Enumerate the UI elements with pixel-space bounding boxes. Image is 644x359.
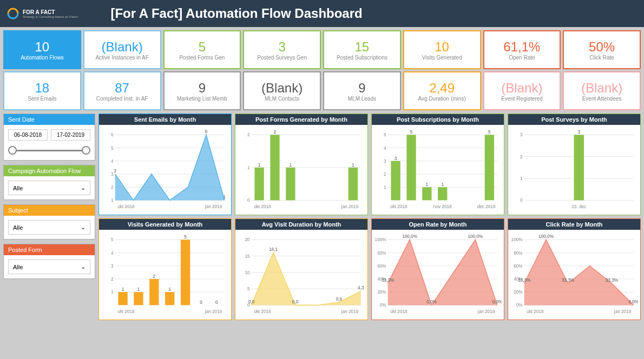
- svg-rect-87: [181, 240, 190, 305]
- svg-text:100,0%: 100,0%: [402, 234, 417, 239]
- chart-post-forms[interactable]: Post Forms Generated by Month0121211okt …: [235, 114, 368, 215]
- kpi-label: Active Instances in AF: [95, 55, 148, 61]
- svg-text:4,3: 4,3: [358, 285, 364, 290]
- kpi-label: MLM Leads: [348, 96, 376, 102]
- chart-sent-emails[interactable]: Sent Emails by Month123456361okt 2018jan…: [98, 114, 232, 215]
- chart-title: Post Surveys by Month: [508, 114, 640, 125]
- svg-text:3: 3: [577, 130, 580, 135]
- svg-text:33,3%: 33,3%: [606, 278, 618, 283]
- chart-visits[interactable]: Visits Generated by Month123451121500okt…: [98, 218, 232, 320]
- chart-avg-duration[interactable]: Avg Visit Duration by Month051015200,016…: [235, 218, 368, 320]
- svg-text:1: 1: [384, 185, 386, 190]
- svg-text:0,0%: 0,0%: [492, 300, 502, 304]
- svg-text:1: 1: [111, 198, 114, 203]
- svg-text:80%: 80%: [514, 251, 522, 256]
- slider-thumb-from[interactable]: [8, 146, 17, 155]
- svg-rect-51: [438, 187, 447, 200]
- svg-text:0%: 0%: [380, 303, 386, 308]
- svg-text:okt 2018: okt 2018: [254, 204, 271, 209]
- kpi-card[interactable]: (Blank)MLM Contacts: [243, 71, 321, 110]
- svg-rect-47: [406, 135, 416, 200]
- form-dropdown[interactable]: Alle⌄: [8, 260, 90, 274]
- svg-text:1: 1: [426, 182, 429, 187]
- logo-icon: [6, 7, 19, 20]
- kpi-card[interactable]: 10Automation Flows: [3, 30, 81, 69]
- svg-text:33,3%: 33,3%: [562, 278, 574, 283]
- kpi-value: 50%: [589, 39, 615, 55]
- kpi-card[interactable]: 10Visits Generated: [403, 30, 481, 69]
- kpi-card[interactable]: 3Posted Surveys Gen: [243, 30, 321, 69]
- svg-text:0: 0: [200, 300, 202, 305]
- kpi-card[interactable]: 50%Click Rate: [563, 30, 641, 69]
- kpi-card[interactable]: 5Posted Forms Gen: [163, 30, 241, 69]
- slider-thumb-to[interactable]: [82, 146, 90, 155]
- filter-header: Subject: [4, 205, 95, 216]
- subject-dropdown[interactable]: Alle⌄: [8, 220, 90, 235]
- svg-rect-45: [391, 161, 400, 201]
- svg-text:0,0: 0,0: [292, 300, 299, 304]
- chart-body: 051015200,016,10,00,94,3okt 2018jan 2019: [235, 230, 367, 320]
- kpi-label: MLM Contacts: [265, 96, 299, 102]
- kpi-card[interactable]: 15Posted Subscriptions: [323, 30, 401, 69]
- chart-title: Avg Visit Duration by Month: [235, 219, 367, 230]
- svg-text:jan 2019: jan 2019: [205, 309, 222, 314]
- date-from-input[interactable]: 06-08-2018: [8, 129, 48, 141]
- kpi-card[interactable]: 61,1%Open Rate: [483, 30, 561, 69]
- svg-rect-85: [165, 292, 174, 305]
- chart-post-subs[interactable]: Post Subscriptions by Month1234535115okt…: [371, 114, 504, 215]
- date-to-input[interactable]: 17-02-2019: [51, 129, 90, 141]
- chart-body: 0123323. dec: [508, 125, 640, 215]
- kpi-card[interactable]: (Blank)Active Instances in AF: [83, 30, 161, 69]
- chart-open-rate[interactable]: Open Rate by Month0%20%40%60%80%100%33,3…: [371, 218, 504, 320]
- chevron-down-icon: ⌄: [81, 263, 86, 270]
- svg-text:dec 2018: dec 2018: [477, 204, 496, 209]
- svg-text:1: 1: [224, 195, 226, 200]
- kpi-value: (Blank): [501, 81, 542, 96]
- kpi-card[interactable]: (Blank)Event Attendees: [563, 71, 641, 110]
- svg-text:3: 3: [111, 172, 114, 177]
- svg-text:0,0: 0,0: [248, 300, 255, 304]
- svg-text:2: 2: [384, 172, 386, 177]
- svg-text:0: 0: [247, 198, 250, 203]
- svg-text:10: 10: [245, 270, 250, 275]
- svg-text:0,0%: 0,0%: [426, 300, 437, 304]
- svg-text:5: 5: [384, 132, 386, 137]
- svg-text:okt 2018: okt 2018: [117, 309, 135, 314]
- date-range-slider[interactable]: [8, 145, 90, 156]
- kpi-card[interactable]: (Blank)Event Registered: [483, 71, 561, 110]
- chart-post-surveys[interactable]: Post Surveys by Month0123323. dec: [508, 114, 641, 215]
- svg-rect-53: [485, 135, 494, 200]
- svg-text:1: 1: [247, 165, 250, 170]
- svg-text:1: 1: [258, 163, 261, 168]
- kpi-card[interactable]: 18Sent Emails: [3, 71, 81, 110]
- svg-text:5: 5: [184, 235, 187, 240]
- kpi-label: Avg Duration (mins): [418, 96, 466, 102]
- svg-text:okt 2018: okt 2018: [390, 204, 408, 209]
- svg-rect-29: [286, 168, 295, 201]
- svg-text:okt 2018: okt 2018: [254, 309, 271, 314]
- svg-text:0%: 0%: [516, 303, 523, 308]
- svg-text:20: 20: [245, 237, 250, 242]
- filter-sent-date: Sent Date 06-08-2018 17-02-2019: [3, 114, 95, 161]
- kpi-value: 10: [35, 39, 50, 55]
- chart-click-rate[interactable]: Click Rate by Month0%20%40%60%80%100%33,…: [508, 218, 641, 320]
- campaign-dropdown[interactable]: Alle⌄: [8, 181, 90, 195]
- kpi-card[interactable]: 2,49Avg Duration (mins): [403, 71, 481, 110]
- filter-header: Sent Date: [4, 114, 95, 125]
- svg-text:20%: 20%: [514, 290, 522, 295]
- kpi-card[interactable]: 9MLM Leads: [323, 71, 401, 110]
- kpi-value: 5: [199, 39, 206, 55]
- svg-text:5: 5: [488, 130, 491, 135]
- kpi-value: 18: [35, 81, 50, 96]
- svg-text:5: 5: [410, 130, 413, 135]
- svg-text:okt 2018: okt 2018: [390, 309, 408, 314]
- kpi-card[interactable]: 87Completed Inst. in AF: [83, 71, 161, 110]
- svg-text:15: 15: [245, 254, 250, 259]
- svg-text:0,9: 0,9: [336, 297, 343, 302]
- svg-text:33,3%: 33,3%: [382, 278, 394, 283]
- svg-text:2: 2: [111, 277, 114, 282]
- kpi-card[interactable]: 9Marketing List Memb: [163, 71, 241, 110]
- svg-text:100%: 100%: [511, 237, 523, 242]
- svg-rect-66: [574, 135, 583, 200]
- svg-rect-31: [349, 168, 358, 201]
